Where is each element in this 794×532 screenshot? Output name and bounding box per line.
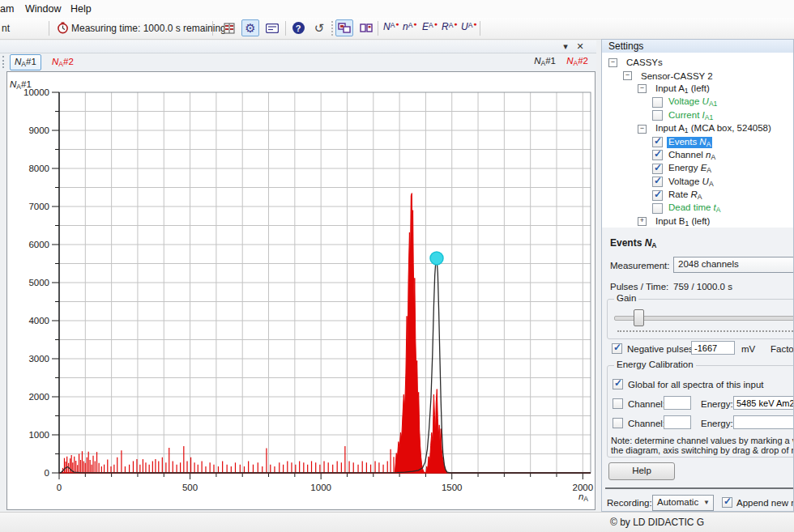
negative-pulses-checkbox[interactable] (612, 343, 622, 354)
toolbar-separator (49, 21, 49, 36)
help-button[interactable]: ? (289, 19, 307, 36)
tree-item[interactable]: −CASSYs (602, 56, 794, 69)
x-axis-label[interactable]: nA (578, 492, 588, 503)
collapse-node-icon[interactable]: − (638, 125, 647, 134)
expand-node-icon[interactable]: + (638, 217, 647, 226)
settings-tree: −CASSYs−Sensor-CASSY 2−Input A1 (left)Vo… (602, 53, 794, 228)
tree-item[interactable]: Energy EA (602, 162, 794, 175)
tree-item-checkbox[interactable] (652, 150, 663, 160)
svg-text:1000: 1000 (310, 483, 331, 492)
energy1-label: Energy: (701, 399, 733, 409)
global-spectra-checkbox[interactable] (613, 379, 623, 389)
svg-text:1500: 1500 (442, 483, 463, 492)
tree-item-label[interactable]: Input A1 (left) (654, 83, 711, 95)
collapse-node-icon[interactable]: − (638, 84, 647, 93)
quantity-button-EA[interactable]: EA● (420, 20, 440, 38)
tree-item-label[interactable]: Voltage UA1 (667, 96, 719, 108)
cascade-windows-button[interactable] (335, 19, 353, 36)
help-icon: ? (292, 22, 305, 34)
y-axis-label[interactable]: NA#1 (10, 79, 32, 91)
quantity-button-NA[interactable]: NA● (381, 20, 402, 38)
show-table-button[interactable] (220, 19, 238, 36)
tree-item-label[interactable]: Sensor-CASSY 2 (639, 71, 715, 81)
tree-item-checkbox[interactable] (652, 164, 663, 174)
tab-spectrum-1[interactable]: NA#1 (10, 54, 41, 70)
settings-gear-button[interactable]: ⚙ (241, 19, 259, 36)
tree-item-checkbox[interactable] (652, 190, 663, 201)
menu-item-window[interactable]: Window (25, 3, 61, 15)
tree-item-label[interactable]: Dead time tA (667, 202, 722, 214)
tree-item-label[interactable]: Events NA (667, 137, 712, 148)
tabstrip-drag-handle[interactable] (2, 56, 4, 68)
measuring-time-text: Measuring time: 1000.0 s remaining (71, 23, 226, 34)
tree-item-checkbox[interactable] (652, 97, 663, 108)
tree-item-checkbox[interactable] (652, 177, 663, 187)
measurement-dropdown[interactable]: 2048 channels (673, 257, 794, 273)
tree-item-label[interactable]: CASSYs (625, 57, 664, 67)
energy2-input[interactable] (733, 415, 794, 429)
legend-series-1: NA#1 (534, 56, 556, 66)
help-panel-button[interactable]: Help (608, 462, 675, 480)
tab-spectrum-2[interactable]: NA#2 (47, 54, 79, 70)
gain-slider-ticks (617, 330, 794, 332)
diagram-pane-header: ▾ ✕ (0, 40, 596, 53)
tree-item[interactable]: Rate RA (602, 189, 794, 202)
peak-marker[interactable] (430, 252, 443, 265)
tree-item[interactable]: +Input B1 (left) (602, 215, 794, 228)
tree-item-label[interactable]: Voltage UA (667, 177, 715, 188)
channel2-checkbox[interactable] (613, 418, 623, 428)
tree-item[interactable]: Voltage UA1 (602, 96, 794, 109)
gain-slider-thumb[interactable] (634, 309, 644, 326)
tree-item[interactable]: Voltage UA (602, 176, 794, 189)
tree-item-label[interactable]: Current IA1 (667, 110, 715, 121)
tree-item[interactable]: Channel nA (602, 149, 794, 162)
tree-item-label[interactable]: Channel nA (667, 150, 717, 161)
channel1-checkbox[interactable] (613, 398, 623, 409)
diagram-tab-strip: NA#1 NA#2 NA#1 NA#2 (0, 53, 596, 71)
tree-item[interactable]: Events NA (602, 135, 794, 148)
tile-windows-button[interactable] (357, 19, 375, 36)
tree-item[interactable]: −Sensor-CASSY 2 (602, 69, 794, 82)
tree-item-checkbox[interactable] (652, 203, 663, 214)
svg-text:2000: 2000 (28, 392, 49, 402)
tree-item-label[interactable]: Input B1 (left) (654, 216, 711, 228)
recording-dropdown[interactable]: Automatic ▼ (652, 495, 714, 511)
collapse-node-icon[interactable]: − (623, 71, 632, 80)
tree-item-label[interactable]: Energy EA (667, 163, 713, 174)
svg-text:0: 0 (45, 468, 49, 478)
quantity-button-RA[interactable]: RA● (439, 20, 460, 38)
negative-pulses-unit: mV (741, 344, 755, 354)
undo-button[interactable]: ↺ (310, 19, 328, 36)
svg-text:9000: 9000 (28, 126, 49, 135)
spectrum-chart[interactable]: NA#1 nA 05001000150020000100020003000400… (6, 71, 596, 510)
svg-text:4000: 4000 (28, 316, 49, 326)
tree-item-checkbox[interactable] (652, 110, 663, 121)
collapse-pane-icon[interactable]: ▾ (559, 41, 572, 52)
quantity-button-UA[interactable]: UA● (459, 20, 480, 38)
append-measurement-checkbox[interactable] (722, 497, 732, 508)
negative-pulses-input[interactable] (691, 341, 735, 355)
channel1-input[interactable] (664, 396, 691, 410)
collapse-node-icon[interactable]: − (608, 58, 617, 67)
tree-item[interactable]: −Input A1 (MCA box, 524058) (602, 122, 794, 135)
energy1-input[interactable] (733, 396, 794, 410)
tile-windows-icon (360, 23, 373, 33)
svg-text:6000: 6000 (28, 240, 49, 249)
clock-icon (53, 19, 71, 36)
svg-text:7000: 7000 (28, 202, 49, 211)
display-settings-button[interactable] (263, 19, 281, 36)
tree-item[interactable]: −Input A1 (left) (602, 83, 794, 96)
menu-item-diagram-partial[interactable]: am (0, 3, 14, 15)
menu-item-help[interactable]: Help (70, 3, 92, 15)
tree-item[interactable]: Dead time tA (602, 202, 794, 215)
chart-canvas[interactable]: 0500100015002000010002000300040005000600… (7, 72, 595, 509)
tree-item-label[interactable]: Rate RA (667, 189, 703, 201)
tree-item-label[interactable]: Input A1 (MCA box, 524058) (654, 123, 773, 134)
close-pane-icon[interactable]: ✕ (574, 41, 587, 52)
energy-calibration-groupbox: Energy Calibration Global for all spectr… (607, 365, 794, 458)
tree-item[interactable]: Current IA1 (602, 109, 794, 122)
channel2-input[interactable] (664, 415, 691, 429)
tree-item-checkbox[interactable] (652, 137, 663, 147)
svg-text:8000: 8000 (28, 164, 49, 173)
quantity-button-nA[interactable]: nA● (400, 20, 420, 38)
